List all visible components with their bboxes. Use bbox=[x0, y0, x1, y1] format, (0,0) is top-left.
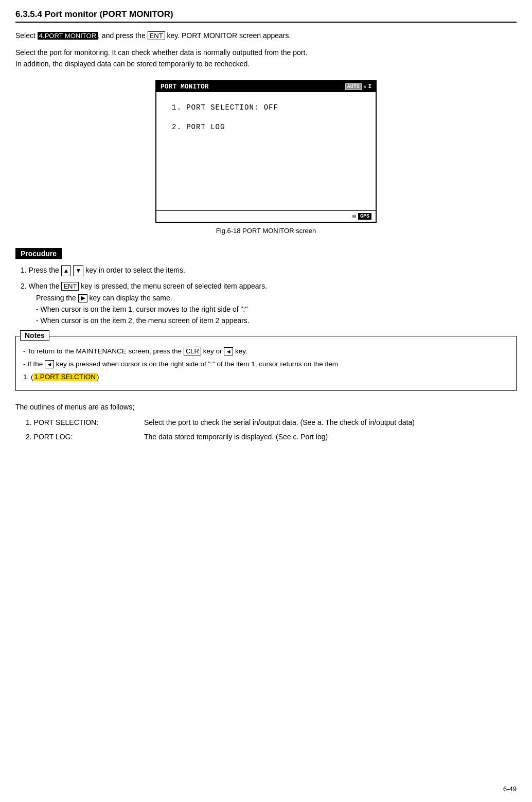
proc-2-num: 2. When the bbox=[21, 282, 61, 290]
screen-menu-item-1: 1. PORT SELECTION: OFF bbox=[172, 103, 360, 112]
notes-line3-suffix: ) bbox=[97, 373, 99, 381]
notes-section: Notes - To return to the MAINTENANCE scr… bbox=[15, 336, 517, 391]
procedure-header: Procudure bbox=[15, 248, 62, 259]
right-arrow-key: ▶ bbox=[78, 294, 87, 302]
outlines-table: 1. PORT SELECTION: Select the port to ch… bbox=[26, 417, 477, 443]
left-arrow-key-note: ◄ bbox=[224, 347, 233, 355]
screen-body: 1. PORT SELECTION: OFF 2. PORT LOG bbox=[156, 92, 376, 210]
gps-badge: GPS bbox=[358, 213, 371, 220]
down-arrow-key: ▼ bbox=[73, 265, 83, 276]
auto-badge: AUTO bbox=[345, 83, 362, 90]
procedure-item-1: 1. Press the ▲ ▼ key in order to select … bbox=[21, 264, 517, 276]
proc-2-text: key is pressed, the menu screen of selec… bbox=[79, 282, 267, 290]
notes-label: Notes bbox=[20, 330, 49, 341]
i-icon: I bbox=[368, 83, 371, 90]
notes-line2-prefix: - If the bbox=[23, 360, 45, 368]
notes-line2-middle: key is pressed when cursor is on the rig… bbox=[54, 360, 338, 368]
intro-line1-suffix: , and press the bbox=[98, 31, 148, 40]
notes-line2: - If the ◄ key is pressed when cursor is… bbox=[23, 359, 509, 370]
intro-paragraph: Select 4.PORT MONITOR, and press the ENT… bbox=[15, 30, 517, 42]
notes-line1-middle: key or bbox=[201, 347, 224, 355]
outlines-intro: The outlines of menus are as follows; bbox=[15, 401, 517, 413]
clr-key: CLR bbox=[184, 347, 201, 355]
left-arrow-key-note2: ◄ bbox=[45, 360, 54, 368]
proc-2-sub2: - When cursor is on the item 1, cursor m… bbox=[36, 304, 517, 315]
intro-line1-end: key. PORT MONITOR screen appears. bbox=[165, 31, 291, 40]
page-number: 6-49 bbox=[503, 785, 517, 793]
proc-1-text: key in order to select the items. bbox=[85, 266, 185, 274]
outlines-desc-1: Select the port to check the serial in/o… bbox=[144, 417, 477, 428]
outlines-desc-2: The data stored temporarily is displayed… bbox=[144, 431, 477, 442]
notes-content: - To return to the MAINTENANCE screen, p… bbox=[16, 336, 516, 390]
notes-line1: - To return to the MAINTENANCE screen, p… bbox=[23, 346, 509, 358]
outlines-label-2: 2. PORT LOG: bbox=[26, 431, 144, 442]
intro-line1-prefix: Select bbox=[15, 31, 38, 40]
procedure-item-2: 2. When the ENT key is pressed, the menu… bbox=[21, 280, 517, 327]
outlines-row-1: 1. PORT SELECTION: Select the port to ch… bbox=[26, 417, 477, 428]
screen-footer: ⊟ GPS bbox=[156, 210, 376, 222]
x-icon: ✕ bbox=[363, 83, 367, 90]
notes-line1-prefix: - To return to the MAINTENANCE screen, p… bbox=[23, 347, 184, 355]
proc-2-sub3: - When cursor is on the item 2, the menu… bbox=[36, 315, 517, 326]
port-monitor-screen: PORT MONITOR AUTO ✕ I 1. PORT SELECTION:… bbox=[155, 80, 377, 223]
proc-2-sub1: Pressing the ▶ key can display the same. bbox=[36, 292, 517, 304]
screen-container: PORT MONITOR AUTO ✕ I 1. PORT SELECTION:… bbox=[15, 80, 517, 235]
section-title: 6.3.5.4 Port monitor (PORT MONITOR) bbox=[15, 9, 517, 20]
screen-caption: Fig.6-18 PORT MONITOR screen bbox=[216, 227, 316, 235]
screen-title-bar: PORT MONITOR AUTO ✕ I bbox=[156, 81, 376, 92]
intro-line3: In addition, the displayed data can be s… bbox=[15, 60, 250, 68]
outlines-label-1: 1. PORT SELECTION: bbox=[26, 417, 144, 428]
notes-line3: 1. (1.PORT SELCTION) bbox=[23, 371, 509, 383]
footer-arrow: ⊟ bbox=[352, 213, 356, 220]
ent-key-proc: ENT bbox=[61, 282, 79, 291]
section-title-bar: 6.3.5.4 Port monitor (PORT MONITOR) bbox=[15, 9, 517, 23]
proc-1-num: 1. Press the bbox=[21, 266, 61, 274]
notes-line3-prefix: 1. ( bbox=[23, 373, 33, 381]
intro-paragraph2: Select the port for monitoring. It can c… bbox=[15, 47, 517, 70]
outlines-row-2: 2. PORT LOG: The data stored temporarily… bbox=[26, 431, 477, 442]
notes-line1-suffix: key. bbox=[233, 347, 247, 355]
screen-menu-item-2: 2. PORT LOG bbox=[172, 123, 360, 131]
procedure-list: 1. Press the ▲ ▼ key in order to select … bbox=[21, 264, 517, 327]
highlight-port-monitor: 4.PORT MONITOR bbox=[38, 32, 98, 40]
screen-title-icons: AUTO ✕ I bbox=[345, 83, 371, 90]
screen-title-text: PORT MONITOR bbox=[161, 83, 209, 91]
highlight-port-selction: 1.PORT SELCTION bbox=[33, 373, 97, 381]
intro-line2: Select the port for monitoring. It can c… bbox=[15, 48, 307, 57]
up-arrow-key: ▲ bbox=[61, 265, 72, 276]
ent-key-intro: ENT bbox=[148, 31, 165, 40]
outlines-section: The outlines of menus are as follows; 1.… bbox=[15, 401, 517, 443]
